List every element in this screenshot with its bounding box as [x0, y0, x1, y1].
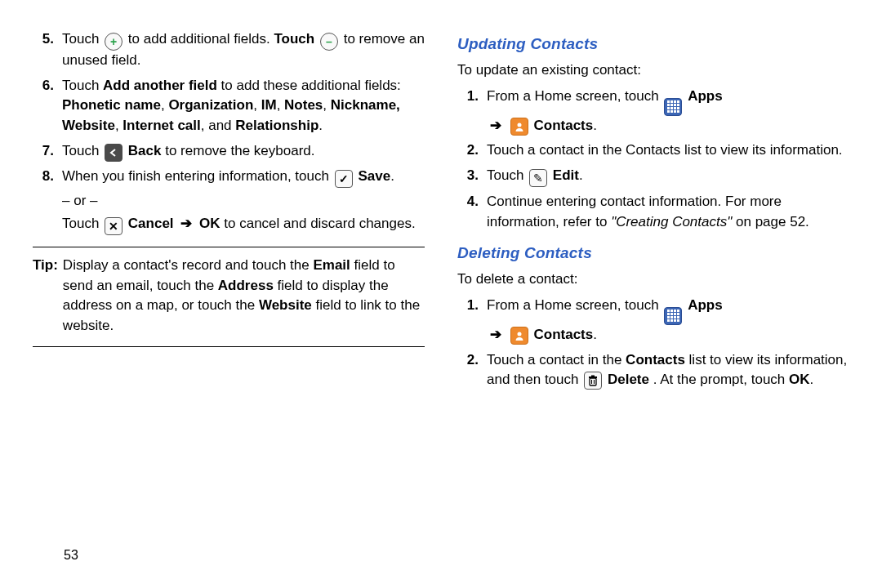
text: Apps	[688, 297, 723, 313]
text: to add additional fields.	[128, 31, 270, 47]
svg-rect-2	[590, 378, 596, 385]
text: Internet call	[122, 118, 200, 133]
text: Touch	[62, 78, 103, 93]
text: on page 52.	[736, 214, 809, 229]
text: Contacts	[533, 327, 593, 342]
step-body: Continue entering contact information. F…	[487, 192, 849, 232]
heading-updating: Updating Contacts	[457, 33, 849, 56]
alt-line: Touch ✕ Cancel ➔ OK to cancel and discar…	[62, 214, 425, 235]
text: Touch	[487, 167, 528, 183]
page-number: 53	[64, 546, 78, 564]
svg-point-1	[517, 332, 521, 336]
svg-rect-5	[589, 376, 597, 378]
text: OK	[199, 216, 220, 231]
text: to add these additional fields:	[221, 78, 401, 93]
or-text: – or –	[62, 191, 425, 212]
step-body: When you finish entering information, to…	[62, 167, 425, 236]
text: .	[593, 327, 597, 342]
text: Display a contact's record and touch the	[63, 257, 314, 273]
lead-deleting: To delete a contact:	[457, 270, 849, 290]
text: Touch	[62, 216, 103, 231]
tip-block: Tip: Display a contact's record and touc…	[33, 247, 425, 347]
arrow-icon: ➔	[490, 327, 501, 342]
step-number: 2.	[457, 350, 479, 390]
updating-step-3: 3. Touch ✎ Edit.	[457, 166, 849, 187]
step-body: Touch ✎ Edit.	[487, 166, 849, 187]
text: Contacts	[533, 118, 593, 133]
step-body: Touch Add another field to add these add…	[62, 76, 425, 136]
plus-icon: +	[105, 33, 122, 51]
step-body: From a Home screen, touch Apps ➔ Contact…	[487, 87, 849, 136]
step-body: Touch a contact in the Contacts list to …	[487, 140, 849, 161]
updating-steps: 1. From a Home screen, touch Apps ➔ Cont…	[457, 87, 849, 232]
text: Organization	[168, 97, 253, 113]
text: Touch	[274, 31, 318, 47]
text: From a Home screen, touch	[487, 88, 662, 104]
svg-point-0	[517, 122, 521, 127]
text: ,	[115, 118, 122, 133]
text: Delete	[608, 372, 649, 387]
contacts-icon	[510, 327, 528, 345]
text: From a Home screen, touch	[487, 297, 662, 313]
text: Add another field	[103, 78, 217, 93]
step-number: 3.	[457, 166, 479, 187]
manual-page: 5. Touch + to add additional fields. Tou…	[0, 0, 882, 552]
text: Apps	[688, 88, 723, 104]
step-5: 5. Touch + to add additional fields. Tou…	[33, 29, 425, 71]
text: .	[579, 167, 583, 183]
text: Relationship	[235, 118, 318, 133]
step-8: 8. When you finish entering information,…	[33, 167, 425, 236]
step-number: 2.	[457, 140, 479, 161]
svg-rect-6	[591, 376, 595, 377]
step-body: Touch Back to remove the keyboard.	[62, 141, 425, 162]
text: Touch	[62, 143, 103, 158]
text: Website	[259, 297, 312, 313]
left-steps: 5. Touch + to add additional fields. Tou…	[33, 29, 425, 235]
apps-icon	[664, 98, 682, 116]
tip-body: Display a contact's record and touch the…	[63, 256, 425, 336]
step-number: 5.	[33, 29, 54, 71]
step-number: 6.	[33, 76, 54, 136]
text: Back	[128, 143, 162, 158]
step-number: 4.	[457, 192, 479, 232]
step-body: Touch a contact in the Contacts list to …	[487, 350, 849, 390]
text: .	[810, 372, 814, 387]
contacts-icon	[510, 118, 528, 136]
arrow-icon: ➔	[490, 118, 501, 133]
left-column: 5. Touch + to add additional fields. Tou…	[33, 29, 425, 552]
text: Notes	[284, 97, 323, 113]
text: Touch	[62, 31, 103, 47]
text: IM	[261, 97, 277, 113]
text: to remove the keyboard.	[165, 143, 314, 158]
edit-icon: ✎	[529, 169, 547, 187]
step-number: 8.	[33, 167, 54, 236]
text: to cancel and discard changes.	[224, 216, 415, 231]
text: Cancel	[128, 216, 174, 231]
step-number: 1.	[457, 87, 479, 136]
text: ,	[277, 97, 284, 113]
tip-label: Tip:	[33, 256, 58, 336]
step-6: 6. Touch Add another field to add these …	[33, 76, 425, 136]
deleting-steps: 1. From a Home screen, touch Apps ➔ Cont…	[457, 296, 849, 390]
text: Email	[313, 257, 350, 273]
text: Touch a contact in the	[487, 352, 626, 368]
text: ,	[161, 97, 168, 113]
apps-icon	[664, 307, 682, 325]
minus-icon: –	[320, 33, 338, 51]
text: .	[318, 118, 323, 133]
back-icon	[105, 144, 122, 162]
text: .	[593, 118, 597, 133]
deleting-step-1: 1. From a Home screen, touch Apps ➔ Cont…	[457, 296, 849, 345]
updating-step-2: 2. Touch a contact in the Contacts list …	[457, 140, 849, 161]
text: ,	[323, 97, 330, 113]
step-number: 7.	[33, 141, 54, 162]
text: ,	[253, 97, 261, 113]
deleting-step-2: 2. Touch a contact in the Contacts list …	[457, 350, 849, 390]
text: . At the prompt, touch	[653, 372, 789, 387]
updating-step-4: 4. Continue entering contact information…	[457, 192, 849, 232]
text: Contacts	[626, 352, 685, 368]
text: "Creating Contacts"	[611, 214, 732, 229]
right-column: Updating Contacts To update an existing …	[457, 29, 849, 552]
x-icon: ✕	[105, 217, 122, 235]
text: Edit	[553, 167, 579, 183]
